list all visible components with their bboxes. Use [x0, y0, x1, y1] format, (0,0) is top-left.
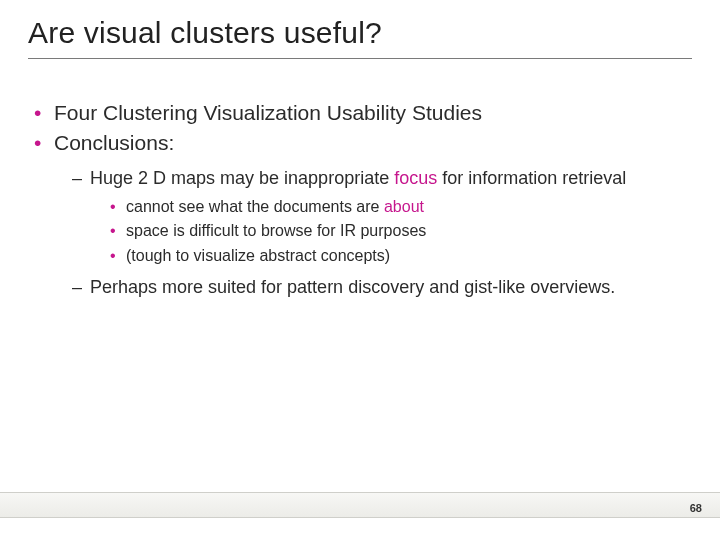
- bullet-text: for information retrieval: [437, 168, 626, 188]
- bullet-item: Perhaps more suited for pattern discover…: [72, 275, 692, 299]
- page-number: 68: [690, 502, 702, 514]
- highlight-text: focus: [394, 168, 437, 188]
- slide-title: Are visual clusters useful?: [28, 16, 692, 50]
- bullet-text: Conclusions:: [54, 131, 174, 154]
- footer-band: [0, 492, 720, 518]
- bullet-item: Huge 2 D maps may be inappropriate focus…: [72, 166, 692, 267]
- slide: Are visual clusters useful? Four Cluster…: [0, 0, 720, 540]
- bullet-item: Conclusions: Huge 2 D maps may be inappr…: [32, 129, 692, 299]
- title-rule: [28, 58, 692, 59]
- highlight-text: about: [384, 198, 424, 215]
- bullet-item: Four Clustering Visualization Usability …: [32, 99, 692, 127]
- bullet-text: Huge 2 D maps may be inappropriate: [90, 168, 394, 188]
- bullet-item: cannot see what the documents are about: [110, 196, 692, 218]
- bullet-list-level1: Four Clustering Visualization Usability …: [32, 99, 692, 299]
- bullet-text: cannot see what the documents are: [126, 198, 384, 215]
- bullet-list-level2: Huge 2 D maps may be inappropriate focus…: [72, 166, 692, 300]
- bullet-list-level3: cannot see what the documents are about …: [110, 196, 692, 267]
- bullet-item: (tough to visualize abstract concepts): [110, 245, 692, 267]
- bullet-item: space is difficult to browse for IR purp…: [110, 220, 692, 242]
